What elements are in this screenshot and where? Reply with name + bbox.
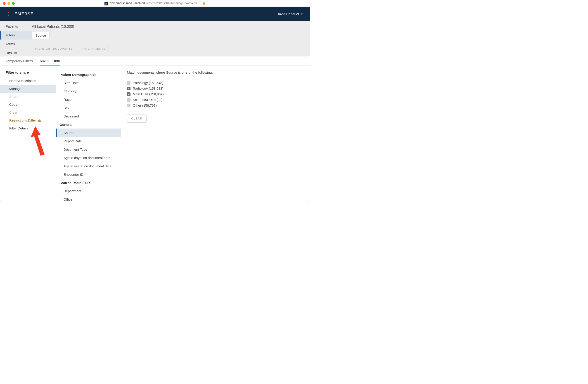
source-option-label: Main EHR (158,832) [133, 92, 164, 96]
filter-action-label: Restrictions Differ [9, 118, 36, 122]
field-item-sex[interactable]: Sex [56, 104, 121, 112]
filter-action-clear: Clear [0, 108, 56, 116]
field-item-department[interactable]: Department [56, 187, 121, 195]
filter-action-restrictions-differ[interactable]: Restrictions Differ [0, 116, 56, 124]
brand[interactable]: EMERSE [7, 12, 34, 17]
source-option-label: Pathology (159,548) [133, 81, 163, 85]
source-option-row: Radiology (158,683) [127, 86, 304, 91]
field-item-age-in-days-on-document-date[interactable]: Age in days, on document date [56, 154, 121, 162]
filter-action-share: Share [0, 93, 56, 100]
left-rail: PatientsFiltersTermsResults [0, 21, 32, 57]
url-host: dev-emerse.med.umich.edu [110, 1, 146, 5]
filter-action-manage[interactable]: Manage [0, 85, 56, 93]
checkbox[interactable] [127, 98, 130, 102]
field-item-age-in-years-on-document-date[interactable]: Age in years, on document date [56, 162, 121, 170]
field-item-race[interactable]: Race [56, 95, 121, 104]
source-option-label: Scanned/PDFs (32) [133, 98, 163, 102]
find-patients-button[interactable]: FIND PATIENTS [79, 46, 109, 52]
highlight-documents-button[interactable]: HIGHLIGHT DOCUMENTS [32, 46, 76, 52]
field-item-source[interactable]: Source [56, 129, 121, 137]
chevron-down-icon: ▼ [301, 13, 303, 15]
minimize-window-button[interactable] [7, 2, 10, 5]
checkbox[interactable] [127, 81, 130, 85]
field-group-heading: Source: Main EHR [56, 179, 121, 187]
tools-area: PatientsFiltersTermsResults All Local Pa… [0, 21, 310, 57]
patients-summary: All Local Patients (10,000) [32, 24, 310, 32]
address-display: M dev-emerse.med.umich.edu/emerse/filter… [0, 1, 310, 5]
favicon-icon: M [105, 2, 108, 5]
filter-subtabs: Temporary FiltersSaved Filters [0, 57, 310, 65]
filter-fields-column: Patient DemographicsBirth DateEthnicityR… [56, 65, 121, 202]
source-option-row: Main EHR (158,832) [127, 91, 304, 97]
lock-icon: 🔒 [202, 1, 206, 5]
field-item-encounter-id[interactable]: Encounter ID [56, 170, 121, 179]
filter-action-name-description[interactable]: Name/Description [0, 77, 56, 85]
user-menu[interactable]: David Hanauer ▼ [277, 12, 303, 16]
field-item-birth-date[interactable]: Birth Date [56, 79, 121, 87]
rail-item-patients[interactable]: Patients [0, 22, 32, 31]
field-group-heading: Patient Demographics [56, 71, 121, 79]
source-option-row: Scanned/PDFs (32) [127, 97, 304, 103]
field-item-report-date[interactable]: Report Date [56, 137, 121, 145]
field-item-deceased[interactable]: Deceased [56, 112, 121, 120]
tools-main: All Local Patients (10,000) Source HIGHL… [32, 21, 310, 57]
source-option-label: Other (158,767) [133, 103, 157, 107]
app-header: EMERSE David Hanauer ▼ [0, 7, 310, 21]
rail-item-terms[interactable]: Terms [0, 39, 32, 48]
subtab-saved-filters[interactable]: Saved Filters [40, 57, 60, 65]
filter-action-filter-details[interactable]: Filter Details [0, 124, 56, 132]
checkbox[interactable] [127, 104, 130, 107]
brand-name: EMERSE [15, 12, 34, 16]
field-group-heading: General [56, 120, 121, 129]
source-option-row: Pathology (159,548) [127, 80, 304, 86]
rail-item-results[interactable]: Results [0, 48, 32, 57]
field-item-ethnicity[interactable]: Ethnicity [56, 87, 121, 95]
filter-body: Filter to share Name/DescriptionManageSh… [0, 65, 310, 202]
clear-button[interactable]: CLEAR [127, 115, 147, 123]
maximize-window-button[interactable] [12, 2, 15, 5]
source-option-label: Radiology (158,683) [133, 87, 163, 90]
brand-logo-icon [7, 12, 12, 17]
field-item-document-type[interactable]: Document Type [56, 145, 121, 154]
field-item-office[interactable]: Office [56, 195, 121, 202]
subtab-temporary-filters[interactable]: Temporary Filters [6, 57, 33, 65]
url-path: /emerse/filters/1051/manage/24?fs=1051 [146, 1, 200, 5]
checkbox[interactable] [127, 92, 130, 96]
filter-values-column: Match documents where Source is one of t… [121, 65, 310, 202]
filter-actions-column: Filter to share Name/DescriptionManageSh… [0, 65, 56, 202]
filter-pill-source[interactable]: Source [32, 32, 49, 39]
warning-icon [38, 119, 41, 122]
source-option-row: Other (158,767) [127, 103, 304, 108]
close-window-button[interactable] [3, 2, 6, 5]
svg-point-2 [39, 121, 40, 121]
match-prompt: Match documents where Source is one of t… [127, 71, 304, 75]
rail-item-filters[interactable]: Filters [0, 31, 32, 39]
traffic-lights [0, 2, 15, 5]
filter-actions-heading: Filter to share [0, 71, 56, 77]
filter-action-copy[interactable]: Copy [0, 100, 56, 108]
window-titlebar: M dev-emerse.med.umich.edu/emerse/filter… [0, 0, 310, 7]
checkbox[interactable] [127, 87, 130, 90]
user-name: David Hanauer [277, 12, 299, 16]
